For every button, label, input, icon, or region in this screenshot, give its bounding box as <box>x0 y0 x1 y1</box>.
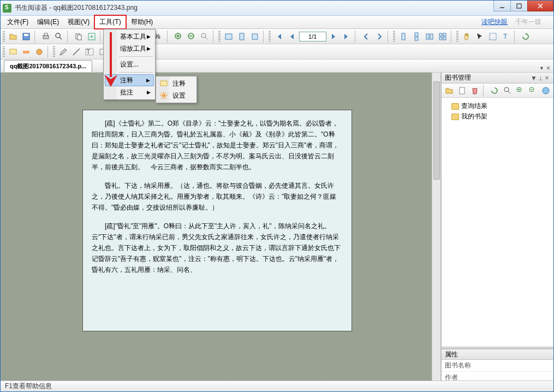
svg-rect-28 <box>443 33 446 36</box>
textbox-icon[interactable]: T <box>84 46 96 58</box>
menu-help[interactable]: 帮助(H) <box>127 16 158 28</box>
menu-view[interactable]: 视图(V) <box>63 16 94 28</box>
link-qiannian[interactable]: 千年一叹 <box>515 17 541 27</box>
fit-page-icon[interactable] <box>236 31 248 43</box>
first-page-icon[interactable] <box>273 31 285 43</box>
toolbar-grip[interactable] <box>3 46 5 57</box>
hand-tool-icon[interactable] <box>461 31 473 43</box>
export-icon[interactable] <box>86 31 98 43</box>
panel-delete-icon[interactable] <box>469 85 480 97</box>
layout-single-icon[interactable] <box>397 31 409 43</box>
line-icon[interactable] <box>70 46 82 58</box>
toolbar-grip[interactable] <box>269 31 271 42</box>
menu-annotate[interactable]: 注释▶ <box>105 74 154 86</box>
open-icon[interactable] <box>7 31 19 43</box>
last-page-icon[interactable] <box>341 31 353 43</box>
document-tab[interactable]: qq截图20170816172343.p... <box>4 60 92 72</box>
svg-rect-33 <box>10 49 16 54</box>
panel-new-icon[interactable] <box>456 85 467 97</box>
layout-facing-icon[interactable] <box>424 31 436 43</box>
menu-file[interactable]: 文件(F) <box>3 16 33 28</box>
prop-name-value <box>480 360 553 371</box>
copy-icon[interactable] <box>73 31 85 43</box>
svg-rect-31 <box>490 33 496 40</box>
menu-edit[interactable]: 编辑(E) <box>33 16 63 28</box>
select-tool-icon[interactable] <box>474 31 486 43</box>
forward-icon[interactable] <box>373 31 385 43</box>
toolbar-grip[interactable] <box>393 31 395 42</box>
svg-rect-30 <box>443 37 446 40</box>
page-indicator[interactable]: 1/1 <box>299 32 326 41</box>
stamp-icon[interactable] <box>33 46 45 58</box>
link-duba[interactable]: 读吧快眼 <box>481 17 508 27</box>
prev-page-icon[interactable] <box>286 31 298 43</box>
window-title: 书生阅读器 - qq截图20170816172343.png <box>15 3 138 13</box>
note-icon[interactable] <box>7 46 19 58</box>
svg-rect-47 <box>160 81 167 86</box>
menu-basic-tools[interactable]: 基本工具▶ <box>105 31 154 43</box>
back-icon[interactable] <box>360 31 372 43</box>
svg-line-43 <box>508 91 510 93</box>
toolbar-main: % 1/1 T <box>1 29 553 44</box>
close-button[interactable] <box>527 1 553 11</box>
doc-para-3: [疏]"昏礼"至"用雁"。O释曰：从此下至"主人许，宾入，礼"，陈纳采问名之礼。… <box>92 221 343 275</box>
toolbar-grip[interactable] <box>53 46 55 57</box>
svg-point-35 <box>37 49 42 55</box>
zoom-out-icon[interactable] <box>186 31 198 43</box>
panel-dropdown-icon[interactable]: ▼ <box>531 74 537 82</box>
svg-line-9 <box>59 37 62 39</box>
panel-pin-icon[interactable]: ⟂ <box>537 74 544 82</box>
side-panel: 图书管理 ▼ ⟂ × 查询结果 我的书架 <box>441 73 553 381</box>
toolbar-grip[interactable] <box>3 31 5 42</box>
layout-grid-icon[interactable] <box>437 31 449 43</box>
save-icon[interactable] <box>20 31 32 43</box>
svg-rect-27 <box>439 33 442 36</box>
layout-cont-icon[interactable] <box>410 31 422 43</box>
app-icon <box>3 4 11 13</box>
menubar: 文件(F) 编辑(E) 视图(V) 工具(T) 帮助(H) 读吧快眼 千年一叹 <box>1 16 553 29</box>
maximize-button[interactable] <box>510 1 528 11</box>
toolbar-grip[interactable] <box>456 31 458 42</box>
fit-width-icon[interactable] <box>223 31 235 43</box>
minimize-button[interactable] <box>493 1 511 11</box>
next-page-icon[interactable] <box>327 31 339 43</box>
menu-markup[interactable]: 批注▶ <box>105 86 154 98</box>
actual-size-icon[interactable] <box>249 31 261 43</box>
menu-zoom-tools[interactable]: 缩放工具▶ <box>105 43 154 55</box>
folder-icon <box>451 103 459 110</box>
svg-text:T: T <box>503 33 508 40</box>
submenu-annotate[interactable]: 注释 <box>157 78 195 90</box>
panel-refresh-icon[interactable] <box>489 85 500 97</box>
panel-zoomout-icon[interactable] <box>527 85 538 97</box>
toolbar-grip[interactable] <box>218 31 221 42</box>
zoom-region-icon[interactable] <box>199 31 211 43</box>
rotate-icon[interactable] <box>520 31 532 43</box>
submenu-settings[interactable]: 设置 <box>157 90 195 102</box>
status-text: F1查看帮助信息 <box>5 382 52 391</box>
search-icon[interactable] <box>53 31 65 43</box>
svg-rect-1 <box>517 4 521 8</box>
panel-close-icon[interactable]: × <box>544 74 550 82</box>
highlight-icon[interactable] <box>20 46 32 58</box>
pencil-icon[interactable] <box>57 46 69 58</box>
panel-world-icon[interactable] <box>540 85 551 97</box>
print-icon[interactable] <box>40 31 52 43</box>
tree-item-shelf[interactable]: 我的书架 <box>444 111 551 122</box>
library-tree[interactable]: 查询结果 我的书架 <box>442 98 553 347</box>
svg-rect-23 <box>415 33 418 36</box>
menu-settings[interactable]: 设置... <box>105 58 154 70</box>
titlebar: 书生阅读器 - qq截图20170816172343.png <box>1 1 553 16</box>
text-select-icon[interactable]: T <box>500 31 512 43</box>
document-viewport[interactable]: [疏]《士昏礼》第二。O郑《目录》云："士娶妻之礼，以昏为期名焉。必以昏者，阳往… <box>1 73 441 381</box>
tree-item-query[interactable]: 查询结果 <box>444 101 551 111</box>
properties-title: 属性 <box>445 350 458 359</box>
vertical-scrollbar[interactable] <box>432 73 440 381</box>
tab-close-icon[interactable]: × <box>546 64 550 72</box>
zoom-in-icon[interactable] <box>172 31 184 43</box>
tab-dropdown-icon[interactable]: ▼ <box>539 66 544 71</box>
panel-search-icon[interactable] <box>502 85 513 97</box>
panel-zoomin-icon[interactable] <box>515 85 526 97</box>
marquee-tool-icon[interactable] <box>487 31 499 43</box>
panel-open-icon[interactable] <box>444 85 455 97</box>
menu-tools[interactable]: 工具(T) <box>94 15 126 29</box>
